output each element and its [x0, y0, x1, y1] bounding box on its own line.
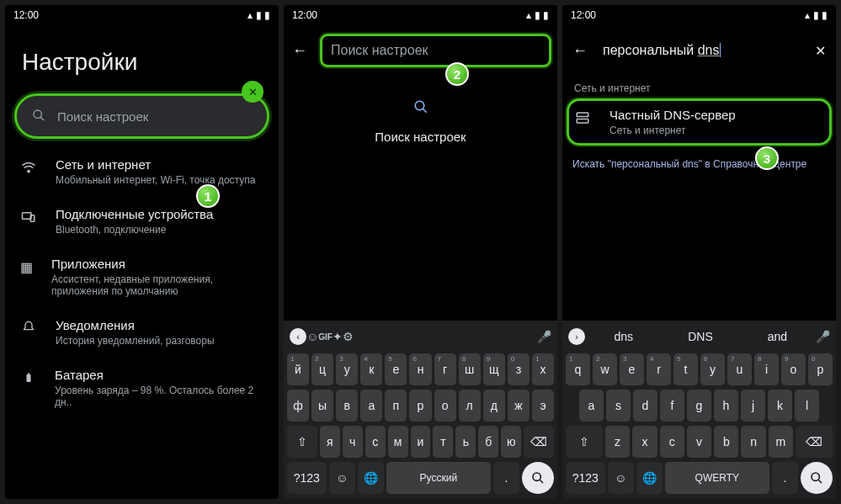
clear-icon[interactable]: ✕: [815, 43, 826, 59]
key-я[interactable]: я: [320, 426, 340, 458]
key-q[interactable]: q1: [566, 353, 590, 385]
key-ш[interactable]: ш8: [459, 353, 481, 385]
key-з[interactable]: з0: [508, 353, 530, 385]
key-c[interactable]: c: [660, 426, 684, 458]
key-p[interactable]: p0: [808, 353, 833, 385]
suggestion[interactable]: and: [739, 330, 816, 343]
key-s[interactable]: s: [606, 390, 631, 422]
gear-icon[interactable]: ⚙: [343, 330, 354, 343]
translate-icon[interactable]: ✦: [333, 330, 343, 343]
settings-item-battery[interactable]: Батарея Уровень заряда – 98 %. Осталось …: [17, 368, 267, 408]
key-й[interactable]: й1: [287, 353, 309, 385]
key-i[interactable]: i8: [754, 353, 779, 385]
key-ь[interactable]: ь: [455, 426, 476, 458]
svg-point-0: [34, 110, 41, 118]
period-key[interactable]: .: [493, 462, 519, 494]
backspace-key[interactable]: ⌫: [796, 426, 833, 458]
key-о[interactable]: о: [434, 390, 456, 422]
key-f[interactable]: f: [660, 390, 684, 422]
key-а[interactable]: а: [360, 390, 382, 422]
key-д[interactable]: д: [483, 390, 505, 422]
search-key[interactable]: [801, 462, 833, 494]
key-э[interactable]: э: [532, 390, 554, 422]
key-t[interactable]: t5: [673, 353, 698, 385]
shift-key[interactable]: ⇧: [566, 426, 603, 458]
key-e[interactable]: e3: [620, 353, 644, 385]
key-и[interactable]: и: [411, 426, 431, 458]
key-ч[interactable]: ч: [343, 426, 363, 458]
key-l[interactable]: l: [795, 390, 819, 422]
mic-icon[interactable]: 🎤: [816, 330, 830, 343]
key-ж[interactable]: ж: [508, 390, 530, 422]
key-u[interactable]: u7: [727, 353, 752, 385]
key-h[interactable]: h: [714, 390, 738, 422]
settings-item-network[interactable]: Сеть и интернет Мобильный интернет, Wi-F…: [17, 157, 267, 186]
key-ц[interactable]: ц2: [311, 353, 333, 385]
shift-key[interactable]: ⇧: [287, 426, 317, 458]
search-input[interactable]: Поиск настроек: [322, 36, 549, 65]
spacebar[interactable]: Русский: [386, 462, 491, 494]
numkey[interactable]: ?123: [566, 462, 605, 494]
settings-item-notifications[interactable]: Уведомления История уведомлений, разгово…: [17, 318, 267, 347]
search-key[interactable]: [522, 462, 554, 494]
suggestion[interactable]: DNS: [662, 330, 738, 343]
settings-item-devices[interactable]: Подключенные устройства Bluetooth, подкл…: [17, 207, 267, 236]
numkey[interactable]: ?123: [287, 462, 327, 494]
sticker-icon[interactable]: ☺: [306, 330, 318, 343]
key-х[interactable]: х1: [532, 353, 554, 385]
key-a[interactable]: a: [579, 390, 604, 422]
key-п[interactable]: п: [385, 390, 407, 422]
emoji-key[interactable]: ☺: [329, 462, 355, 494]
help-center-link[interactable]: Искать "персональный dns" в Справочном ц…: [572, 158, 826, 170]
key-o[interactable]: o9: [781, 353, 806, 385]
key-b[interactable]: b: [714, 426, 738, 458]
key-r[interactable]: r4: [647, 353, 671, 385]
key-w[interactable]: w2: [593, 353, 617, 385]
key-т[interactable]: т: [433, 426, 453, 458]
key-v[interactable]: v: [687, 426, 711, 458]
key-x[interactable]: x: [632, 426, 657, 458]
key-р[interactable]: р: [409, 390, 431, 422]
key-к[interactable]: к4: [360, 353, 382, 385]
key-с[interactable]: с: [365, 426, 386, 458]
search-input[interactable]: Поиск настроек: [17, 96, 267, 136]
profile-avatar-icon[interactable]: ✕: [242, 81, 263, 103]
key-е[interactable]: е5: [385, 353, 407, 385]
settings-item-apps[interactable]: ▦ Приложения Ассистент, недавные приложе…: [17, 257, 267, 297]
key-в[interactable]: в: [336, 390, 358, 422]
chevron-right-icon[interactable]: ›: [568, 328, 585, 345]
key-j[interactable]: j: [741, 390, 765, 422]
mic-icon[interactable]: 🎤: [537, 330, 551, 343]
period-key[interactable]: .: [772, 462, 798, 494]
key-л[interactable]: л: [459, 390, 481, 422]
globe-key[interactable]: 🌐: [636, 462, 663, 494]
spacebar[interactable]: QWERTY: [665, 462, 769, 494]
suggestion[interactable]: dns: [585, 330, 662, 343]
key-d[interactable]: d: [633, 390, 657, 422]
key-щ[interactable]: щ9: [483, 353, 505, 385]
key-ф[interactable]: ф: [287, 390, 309, 422]
key-n[interactable]: n: [741, 426, 765, 458]
key-м[interactable]: м: [388, 426, 408, 458]
key-g[interactable]: g: [687, 390, 711, 422]
key-z[interactable]: z: [605, 426, 630, 458]
key-k[interactable]: k: [768, 390, 792, 422]
chevron-left-icon[interactable]: ‹: [290, 328, 306, 345]
gif-icon[interactable]: GIF: [318, 332, 333, 342]
search-result-private-dns[interactable]: Частный DNS-сервер Сеть и интернет: [569, 101, 829, 143]
globe-key[interactable]: 🌐: [358, 462, 384, 494]
key-г[interactable]: г7: [434, 353, 456, 385]
step-badge-1: 1: [196, 184, 220, 208]
search-input[interactable]: персональный dns: [603, 36, 800, 65]
back-button[interactable]: ←: [572, 42, 588, 60]
key-н[interactable]: н6: [409, 353, 431, 385]
key-m[interactable]: m: [769, 426, 793, 458]
key-у[interactable]: у3: [336, 353, 358, 385]
back-button[interactable]: ←: [292, 42, 307, 60]
key-ы[interactable]: ы: [311, 390, 333, 422]
backspace-key[interactable]: ⌫: [524, 426, 554, 458]
key-y[interactable]: y6: [700, 353, 725, 385]
emoji-key[interactable]: ☺: [608, 462, 634, 494]
key-ю[interactable]: ю: [501, 426, 521, 458]
key-б[interactable]: б: [478, 426, 498, 458]
